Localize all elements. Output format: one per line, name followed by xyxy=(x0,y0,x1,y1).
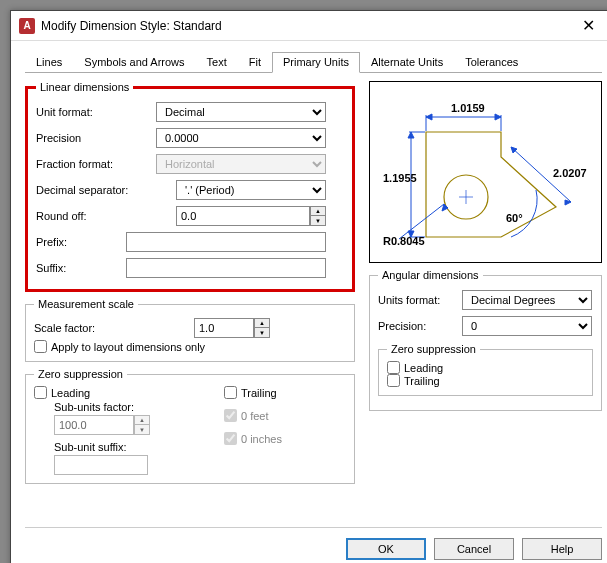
window-title: Modify Dimension Style: Standard xyxy=(41,19,222,33)
scale-factor-spinner[interactable]: ▲▼ xyxy=(194,318,270,338)
preview-svg: 1.0159 1.1955 2.0207 60° R0.8045 xyxy=(381,87,591,257)
spin-up-icon: ▲ xyxy=(135,416,149,425)
fraction-format-label: Fraction format: xyxy=(36,158,156,170)
decimal-separator-label: Decimal separator: xyxy=(36,184,156,196)
dialog-button-bar: OK Cancel Help xyxy=(25,527,602,560)
svg-text:R0.8045: R0.8045 xyxy=(383,235,425,247)
suffix-label: Suffix: xyxy=(36,262,126,274)
angular-zero-legend: Zero suppression xyxy=(387,343,480,355)
angular-precision-select[interactable]: 0 xyxy=(462,316,592,336)
inches-checkbox xyxy=(224,432,237,445)
prefix-label: Prefix: xyxy=(36,236,126,248)
inches-label: 0 inches xyxy=(241,433,282,445)
leading-label: Leading xyxy=(51,387,90,399)
precision-select[interactable]: 0.0000 xyxy=(156,128,326,148)
angular-legend: Angular dimensions xyxy=(378,269,483,281)
app-icon: A xyxy=(19,18,35,34)
help-button[interactable]: Help xyxy=(522,538,602,560)
svg-text:60°: 60° xyxy=(506,212,523,224)
scale-factor-input[interactable] xyxy=(194,318,254,338)
feet-checkbox xyxy=(224,409,237,422)
unit-format-select[interactable]: Decimal xyxy=(156,102,326,122)
group-zero-suppression: Zero suppression Leading Sub-units facto… xyxy=(25,368,355,484)
sub-units-factor-input xyxy=(54,415,134,435)
tab-alternate-units[interactable]: Alternate Units xyxy=(360,52,454,73)
spin-down-icon[interactable]: ▼ xyxy=(311,216,325,225)
tab-fit[interactable]: Fit xyxy=(238,52,272,73)
sub-unit-suffix-input xyxy=(54,455,148,475)
measurement-legend: Measurement scale xyxy=(34,298,138,310)
sub-unit-suffix-label: Sub-unit suffix: xyxy=(54,441,184,453)
tab-symbols-arrows[interactable]: Symbols and Arrows xyxy=(73,52,195,73)
leading-checkbox[interactable] xyxy=(34,386,47,399)
svg-text:1.0159: 1.0159 xyxy=(451,102,485,114)
tab-primary-units[interactable]: Primary Units xyxy=(272,52,360,73)
spin-down-icon[interactable]: ▼ xyxy=(255,328,269,337)
group-linear-dimensions: Linear dimensions Unit format: Decimal P… xyxy=(25,81,355,292)
angular-leading-label: Leading xyxy=(404,362,443,374)
angular-units-format-select[interactable]: Decimal Degrees xyxy=(462,290,592,310)
group-angular-zero-suppression: Zero suppression Leading Trailing xyxy=(378,343,593,396)
angular-leading-checkbox[interactable] xyxy=(387,361,400,374)
svg-text:2.0207: 2.0207 xyxy=(553,167,587,179)
scale-factor-label: Scale factor: xyxy=(34,322,194,334)
zero-legend: Zero suppression xyxy=(34,368,127,380)
sub-units-factor-spinner: ▲▼ xyxy=(54,415,184,435)
round-off-spinner[interactable]: ▲▼ xyxy=(176,206,326,226)
apply-layout-checkbox[interactable] xyxy=(34,340,47,353)
spin-down-icon: ▼ xyxy=(135,425,149,434)
round-off-input[interactable] xyxy=(176,206,310,226)
spin-up-icon[interactable]: ▲ xyxy=(311,207,325,216)
tab-strip: Lines Symbols and Arrows Text Fit Primar… xyxy=(25,51,602,73)
suffix-input[interactable] xyxy=(126,258,326,278)
close-icon[interactable]: ✕ xyxy=(568,12,607,40)
trailing-checkbox[interactable] xyxy=(224,386,237,399)
fraction-format-select: Horizontal xyxy=(156,154,326,174)
titlebar: A Modify Dimension Style: Standard ✕ xyxy=(11,11,607,41)
angular-precision-label: Precision: xyxy=(378,320,462,332)
tab-tolerances[interactable]: Tolerances xyxy=(454,52,529,73)
dimension-preview: 1.0159 1.1955 2.0207 60° R0.8045 xyxy=(369,81,602,263)
angular-units-format-label: Units format: xyxy=(378,294,462,306)
svg-text:1.1955: 1.1955 xyxy=(383,172,417,184)
dialog-content: Lines Symbols and Arrows Text Fit Primar… xyxy=(11,41,607,500)
trailing-label: Trailing xyxy=(241,387,277,399)
tab-text[interactable]: Text xyxy=(196,52,238,73)
linear-legend: Linear dimensions xyxy=(36,81,133,93)
sub-units-factor-label: Sub-units factor: xyxy=(54,401,184,413)
spin-up-icon[interactable]: ▲ xyxy=(255,319,269,328)
tab-lines[interactable]: Lines xyxy=(25,52,73,73)
angular-trailing-checkbox[interactable] xyxy=(387,374,400,387)
precision-label: Precision xyxy=(36,132,156,144)
dialog-modify-dimension-style: A Modify Dimension Style: Standard ✕ Lin… xyxy=(10,10,607,563)
group-angular-dimensions: Angular dimensions Units format: Decimal… xyxy=(369,269,602,411)
cancel-button[interactable]: Cancel xyxy=(434,538,514,560)
unit-format-label: Unit format: xyxy=(36,106,156,118)
group-measurement-scale: Measurement scale Scale factor: ▲▼ Apply… xyxy=(25,298,355,362)
decimal-separator-select[interactable]: '.' (Period) xyxy=(176,180,326,200)
prefix-input[interactable] xyxy=(126,232,326,252)
feet-label: 0 feet xyxy=(241,410,269,422)
ok-button[interactable]: OK xyxy=(346,538,426,560)
svg-line-8 xyxy=(399,204,444,239)
round-off-label: Round off: xyxy=(36,210,156,222)
angular-trailing-label: Trailing xyxy=(404,375,440,387)
apply-layout-label: Apply to layout dimensions only xyxy=(51,341,205,353)
